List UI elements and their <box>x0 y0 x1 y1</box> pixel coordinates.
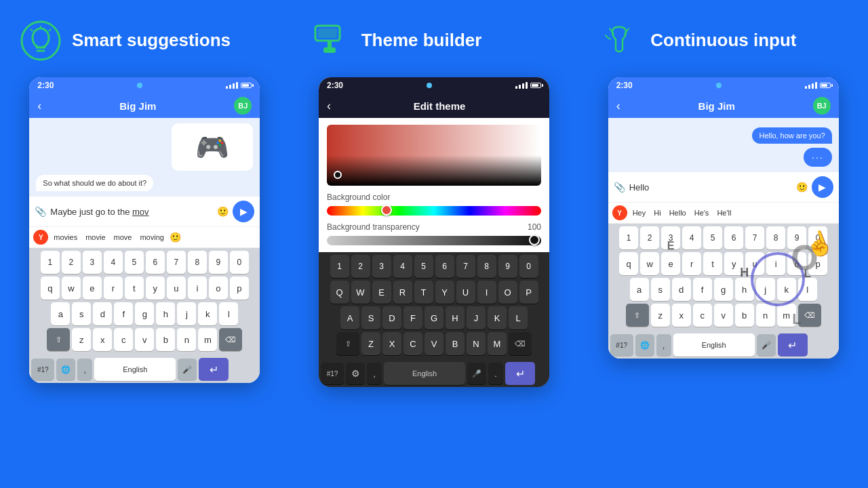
key-l[interactable]: l <box>219 302 238 325</box>
key-a[interactable]: a <box>51 302 70 325</box>
key-cp[interactable]: p <box>808 252 827 275</box>
key-8[interactable]: 8 <box>188 251 207 274</box>
emoji-icon-1[interactable]: 🙂 <box>217 206 229 217</box>
key-d0[interactable]: 0 <box>519 255 538 278</box>
period-key-2[interactable]: . <box>488 363 503 384</box>
key-dE[interactable]: E <box>372 281 391 304</box>
key-d9[interactable]: 9 <box>498 255 517 278</box>
emoji-icon-3[interactable]: 🙂 <box>796 182 808 192</box>
key-d[interactable]: d <box>93 302 112 325</box>
key-cv[interactable]: v <box>714 304 733 327</box>
comma-key-2[interactable]: , <box>367 363 382 384</box>
key-dO[interactable]: O <box>498 281 517 304</box>
key-c4[interactable]: 4 <box>682 226 701 249</box>
enter-key-1[interactable]: ↵ <box>199 358 229 381</box>
mic-key-1[interactable]: 🎤 <box>178 359 197 380</box>
key-w[interactable]: w <box>62 277 81 300</box>
enter-key-3[interactable]: ↵ <box>778 333 808 357</box>
paperclip-icon-1[interactable]: 📎 <box>35 206 46 217</box>
key-c9[interactable]: 9 <box>787 226 806 249</box>
key-cm[interactable]: m <box>777 304 796 327</box>
globe-key-1[interactable]: 🌐 <box>56 359 75 380</box>
key-c[interactable]: c <box>114 328 133 351</box>
key-ca[interactable]: a <box>630 278 649 301</box>
key-d6[interactable]: 6 <box>435 255 454 278</box>
key-dF[interactable]: F <box>403 306 422 329</box>
send-button-1[interactable]: ▶ <box>233 201 254 222</box>
key-6[interactable]: 6 <box>146 251 165 274</box>
shift-key-1[interactable]: ⇧ <box>47 328 70 351</box>
key-1[interactable]: 1 <box>41 251 60 274</box>
key-dM[interactable]: M <box>488 332 507 355</box>
suggestion-3-4[interactable]: He's <box>692 207 712 218</box>
key-ct[interactable]: t <box>703 252 722 275</box>
backspace-key-1[interactable]: ⌫ <box>219 328 242 351</box>
key-x[interactable]: x <box>93 328 112 351</box>
key-e[interactable]: e <box>83 277 102 300</box>
mic-key-2[interactable]: 🎤 <box>467 363 486 384</box>
backspace-key-2[interactable]: ⌫ <box>509 332 532 355</box>
key-d1[interactable]: 1 <box>330 255 349 278</box>
key-dQ[interactable]: Q <box>330 281 349 304</box>
paperclip-icon-3[interactable]: 📎 <box>614 182 625 192</box>
key-dJ[interactable]: J <box>467 306 486 329</box>
key-m[interactable]: m <box>198 328 217 351</box>
mic-key-3[interactable]: 🎤 <box>757 334 776 356</box>
key-k[interactable]: k <box>198 302 217 325</box>
key-z[interactable]: z <box>72 328 91 351</box>
key-dL[interactable]: L <box>509 306 528 329</box>
key-cn[interactable]: n <box>756 304 775 327</box>
input-text-1[interactable]: Maybe just go to the mov <box>50 207 213 217</box>
suggestion-3-5[interactable]: He'll <box>714 207 734 218</box>
space-key-2[interactable]: English <box>384 362 465 385</box>
key-cr[interactable]: r <box>682 252 701 275</box>
transparency-handle[interactable] <box>529 235 540 245</box>
key-dI[interactable]: I <box>477 281 496 304</box>
key-r[interactable]: r <box>104 277 123 300</box>
key-dA[interactable]: A <box>340 306 359 329</box>
key-dK[interactable]: K <box>488 306 507 329</box>
key-i[interactable]: i <box>188 277 207 300</box>
key-9[interactable]: 9 <box>209 251 228 274</box>
key-dC[interactable]: C <box>403 332 422 355</box>
enter-key-2[interactable]: ↵ <box>505 362 535 385</box>
key-s[interactable]: s <box>72 302 91 325</box>
key-dW[interactable]: W <box>351 281 370 304</box>
key-dH[interactable]: H <box>446 306 465 329</box>
key-f[interactable]: f <box>114 302 133 325</box>
key-d8[interactable]: 8 <box>477 255 496 278</box>
key-dU[interactable]: U <box>456 281 475 304</box>
key-q[interactable]: q <box>41 277 60 300</box>
key-dS[interactable]: S <box>361 306 380 329</box>
key-dB[interactable]: B <box>446 332 465 355</box>
key-b[interactable]: b <box>156 328 175 351</box>
key-dD[interactable]: D <box>382 306 401 329</box>
key-dV[interactable]: V <box>425 332 443 355</box>
symbols-key-3[interactable]: #1? <box>610 334 633 356</box>
backspace-key-3[interactable]: ⌫ <box>798 304 821 327</box>
back-button-1[interactable]: ‹ <box>37 99 41 113</box>
key-ch[interactable]: hH <box>735 278 754 301</box>
shift-key-3[interactable]: ⇧ <box>626 304 649 327</box>
emoji-suggestion-icon-1[interactable]: 🙂 <box>170 232 181 243</box>
key-dR[interactable]: R <box>393 281 412 304</box>
key-dY[interactable]: Y <box>435 281 454 304</box>
key-7[interactable]: 7 <box>167 251 186 274</box>
key-d7[interactable]: 7 <box>456 255 475 278</box>
key-cq[interactable]: q <box>619 252 638 275</box>
suggestion-3[interactable]: move <box>111 232 135 243</box>
spectrum-handle[interactable] <box>381 205 392 216</box>
key-4[interactable]: 4 <box>104 251 123 274</box>
key-c7[interactable]: 7 <box>745 226 764 249</box>
key-y[interactable]: y <box>146 277 165 300</box>
key-d4[interactable]: 4 <box>393 255 412 278</box>
key-d3[interactable]: 3 <box>372 255 391 278</box>
color-gradient[interactable] <box>327 125 541 186</box>
symbols-key-1[interactable]: #1? <box>31 359 54 380</box>
key-cb[interactable]: b <box>735 304 754 327</box>
key-dP[interactable]: P <box>519 281 538 304</box>
key-dT[interactable]: T <box>414 281 433 304</box>
shift-key-2[interactable]: ⇧ <box>336 332 359 355</box>
comma-key-1[interactable]: , <box>77 359 92 380</box>
key-c1[interactable]: 1 <box>619 226 638 249</box>
